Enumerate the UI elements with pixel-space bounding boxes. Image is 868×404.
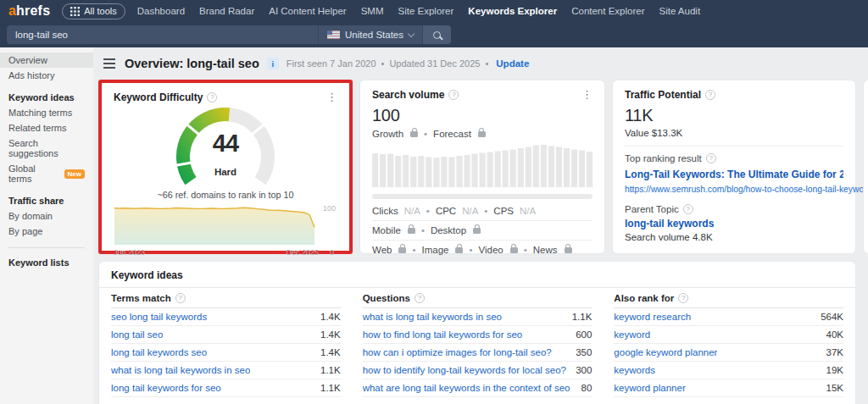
keyword-link[interactable]: long tail keywords seo xyxy=(111,347,207,357)
nav-item-brand-radar[interactable]: Brand Radar xyxy=(199,6,254,16)
metric-label-image[interactable]: Image xyxy=(421,245,448,255)
top-ranking-url[interactable]: https://www.semrush.com/blog/how-to-choo… xyxy=(625,185,843,194)
update-link[interactable]: Update xyxy=(496,58,529,69)
keyword-link[interactable]: keyword planner xyxy=(614,383,685,393)
keyword-row: how to find long tail keywords for seo60… xyxy=(363,326,593,344)
kd-highlight-box: Keyword Difficulty 44 Hard ~66 r xyxy=(98,80,353,254)
bullet-separator: • xyxy=(426,206,430,216)
kd-value: 44 xyxy=(153,130,298,158)
keyword-row: google keyword planner37K xyxy=(614,344,843,362)
metric-label-cpc[interactable]: CPC xyxy=(436,206,456,216)
info-badge[interactable]: i xyxy=(267,58,279,69)
view-all-link-terms-match[interactable]: View all 466› xyxy=(111,397,341,404)
keyword-link[interactable]: how can i optimize images for long-tail … xyxy=(363,347,552,357)
sidebar-item-label: Related terms xyxy=(8,123,66,133)
sidebar-item-search-suggestions[interactable]: Search suggestions xyxy=(0,136,93,161)
meta-separator: • xyxy=(485,58,488,69)
sidebar-item-by-page[interactable]: By page xyxy=(0,224,93,239)
page-meta: First seen 7 Jan 2020 • Updated 31 Dec 2… xyxy=(287,58,489,69)
sidebar-item-related-terms[interactable]: Related terms xyxy=(0,120,93,136)
keyword-link[interactable]: what is long tail keywords in seo xyxy=(363,312,502,322)
keyword-row: how can i optimize images for long-tail … xyxy=(363,344,593,362)
metric-label-growth[interactable]: Growth xyxy=(372,129,403,139)
metric-label-video[interactable]: Video xyxy=(478,245,503,255)
all-tools-button[interactable]: All tools xyxy=(62,3,125,19)
nav-item-dashboard[interactable]: Dashboard xyxy=(137,6,185,16)
partial-card xyxy=(863,80,868,254)
keyword-link[interactable]: how to identify long-tail keywords for l… xyxy=(363,365,566,375)
nav-item-keywords-explorer[interactable]: Keywords Explorer xyxy=(468,6,557,16)
view-all-link-questions[interactable]: View all 38› xyxy=(363,397,593,404)
keyword-link[interactable]: long tail seo xyxy=(111,329,163,340)
card-title: Keyword Difficulty xyxy=(114,91,203,103)
metric-label-clicks[interactable]: Clicks xyxy=(372,206,398,216)
nav-item-site-audit[interactable]: Site Audit xyxy=(659,6,700,16)
help-icon[interactable] xyxy=(448,90,459,100)
sidebar-item-by-domain[interactable]: By domain xyxy=(0,208,93,224)
volume-scroll-track[interactable] xyxy=(372,194,593,199)
volume-value: 1.4K xyxy=(320,329,341,340)
kd-gauge: 44 Hard xyxy=(153,106,298,189)
keyword-link[interactable]: long tail keywords for seo xyxy=(111,383,221,393)
volume-value: 19K xyxy=(826,365,843,375)
keyword-row: long tail seo1.4K xyxy=(111,326,341,344)
search-button[interactable] xyxy=(422,25,451,44)
bullet-separator: • xyxy=(424,129,427,139)
nav-item-site-explorer[interactable]: Site Explorer xyxy=(398,6,454,16)
metric-label-desktop[interactable]: Desktop xyxy=(431,225,466,235)
top-ranking-result-link[interactable]: Long-Tail Keywords: The Ultimate Guide f… xyxy=(625,169,843,180)
country-selector[interactable]: United States xyxy=(318,25,422,44)
ahrefs-logo[interactable]: ahrefs xyxy=(8,3,50,19)
sidebar-item-ads-history[interactable]: Ads history xyxy=(0,68,93,83)
keyword-link[interactable]: what is long tail keywords in seo xyxy=(111,365,250,375)
sidebar-item-label: Global terms xyxy=(8,163,60,184)
nav-item-content-explorer[interactable]: Content Explorer xyxy=(571,6,644,16)
help-icon[interactable] xyxy=(207,92,217,102)
keyword-link[interactable]: keyword research xyxy=(614,312,691,322)
nav-item-ai-content-helper[interactable]: AI Content Helper xyxy=(269,6,346,16)
keyword-link[interactable]: keyword xyxy=(614,329,650,340)
help-icon[interactable] xyxy=(678,293,688,303)
sidebar-item-overview[interactable]: Overview xyxy=(0,53,93,68)
metric-label-mobile[interactable]: Mobile xyxy=(372,225,401,235)
bullet-separator: • xyxy=(469,245,472,255)
volume-value: 350 xyxy=(576,347,592,357)
help-icon[interactable] xyxy=(415,293,425,303)
kd-difficulty-label: Hard xyxy=(153,167,298,177)
help-icon[interactable] xyxy=(706,153,716,163)
volume-value: 1.1K xyxy=(320,365,341,375)
keyword-link[interactable]: how to find long tail keywords for seo xyxy=(363,329,523,340)
x-axis-end-label: Dec 2025 xyxy=(286,248,319,257)
sidebar-item-label: Overview xyxy=(8,55,47,65)
parent-topic-link[interactable]: long-tail keywords xyxy=(625,218,843,230)
country-label: United States xyxy=(345,30,403,40)
sidebar-item-global-terms[interactable]: Global termsNew xyxy=(0,161,93,186)
keyword-search-input[interactable] xyxy=(7,25,318,44)
sidebar: OverviewAds historyKeyword ideasMatching… xyxy=(0,47,93,404)
metric-label-cps[interactable]: CPS xyxy=(493,206,514,216)
volume-value: 600 xyxy=(576,329,592,340)
volume-value: 1.1K xyxy=(320,383,341,393)
keyword-link[interactable]: what are long tail keywords in the conte… xyxy=(363,383,570,393)
help-icon[interactable] xyxy=(683,204,693,214)
kebab-menu-icon[interactable] xyxy=(581,90,593,100)
volume-value: 15K xyxy=(826,383,843,393)
help-icon[interactable] xyxy=(705,90,715,100)
sidebar-item-matching-terms[interactable]: Matching terms xyxy=(0,105,93,120)
metric-label-news[interactable]: News xyxy=(533,245,558,255)
kebab-menu-icon[interactable] xyxy=(326,92,337,102)
top-navbar: ahrefs All tools DashboardBrand RadarAI … xyxy=(0,0,868,22)
search-volume-chart xyxy=(372,145,593,187)
keyword-row: what is long tail keywords in seo1.1K xyxy=(363,308,593,326)
metric-label-web[interactable]: Web xyxy=(372,245,392,255)
help-icon[interactable] xyxy=(175,293,186,303)
view-all-link-also-rank-for[interactable]: View all 3,180› xyxy=(614,397,843,404)
keyword-link[interactable]: seo long tail keywords xyxy=(111,312,207,322)
nav-item-smm[interactable]: SMM xyxy=(361,6,384,16)
metric-label-forecast[interactable]: Forecast xyxy=(433,129,471,139)
keyword-link[interactable]: keywords xyxy=(614,365,655,375)
keyword-link[interactable]: google keyword planner xyxy=(614,347,717,357)
bullet-separator: • xyxy=(524,245,527,255)
metric-row: Web•Image•Video•News xyxy=(372,240,593,259)
menu-icon[interactable] xyxy=(103,63,115,64)
